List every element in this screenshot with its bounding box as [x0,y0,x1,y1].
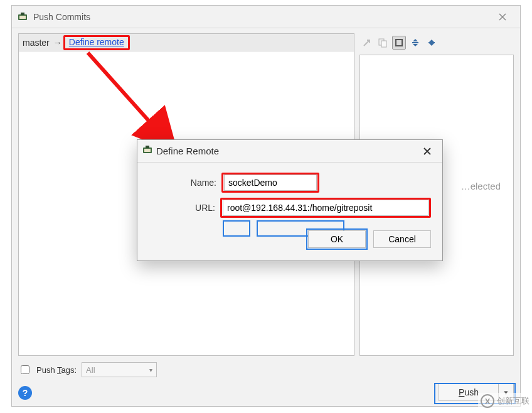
annotation-ok-focus: OK [308,230,366,248]
side-toolbar [359,33,441,52]
url-label: URL: [149,203,215,213]
branch-row: master → Define remote [19,34,354,51]
watermark: X 创新互联 [478,393,532,409]
url-row: URL: [149,198,431,218]
cancel-button[interactable]: Cancel [373,230,431,248]
expand-icon[interactable] [408,36,422,50]
chevron-down-icon: ▾ [149,367,152,373]
remote-name-input[interactable] [224,174,317,191]
svg-rect-4 [381,41,386,47]
push-commits-footer: Push Tags: All ▾ ? Push ▼ [18,362,514,400]
push-tags-combo-text: All [86,365,95,375]
ok-button[interactable]: OK [308,230,366,248]
app-icon [142,145,152,157]
soft-wrap-icon[interactable] [392,36,406,50]
help-button[interactable]: ? [18,386,32,400]
push-tags-row: Push Tags: All ▾ [18,362,514,377]
define-remote-titlebar: Define Remote [137,140,442,163]
push-tags-checkbox[interactable] [21,365,29,374]
annotation-name-box [221,173,319,193]
name-row: Name: [149,173,431,193]
duplicate-icon[interactable] [376,36,390,50]
push-tags-label: Push Tags: [36,365,77,375]
branch-name: master [23,38,50,48]
annotation-blue-box-1 [223,220,250,237]
define-remote-dialog: Define Remote Name: URL: OK Cancel [137,139,443,261]
svg-rect-9 [146,146,149,148]
svg-rect-8 [144,149,151,152]
push-tags-combo[interactable]: All ▾ [82,362,157,377]
side-placeholder-text: …elected [461,181,501,191]
close-icon[interactable] [417,144,437,159]
name-label: Name: [149,178,216,188]
svg-rect-5 [396,40,402,46]
remote-url-input[interactable] [223,200,428,216]
watermark-text: 创新互联 [497,395,529,407]
close-icon[interactable] [490,8,515,26]
window-title: Push Commits [33,12,490,22]
annotation-define-remote: Define remote [63,35,130,50]
arrow-right-icon: → [53,38,62,48]
svg-rect-1 [19,16,26,19]
define-remote-link[interactable]: Define remote [69,37,124,47]
watermark-icon: X [481,394,494,408]
dialog-title: Define Remote [156,146,417,156]
app-icon [17,11,28,23]
push-commits-titlebar: Push Commits [12,6,520,28]
collapse-icon[interactable] [425,36,439,50]
annotation-url-box [220,198,431,218]
svg-rect-2 [21,13,24,15]
new-commit-icon[interactable] [359,36,373,50]
define-remote-form: Name: URL: [137,163,442,218]
